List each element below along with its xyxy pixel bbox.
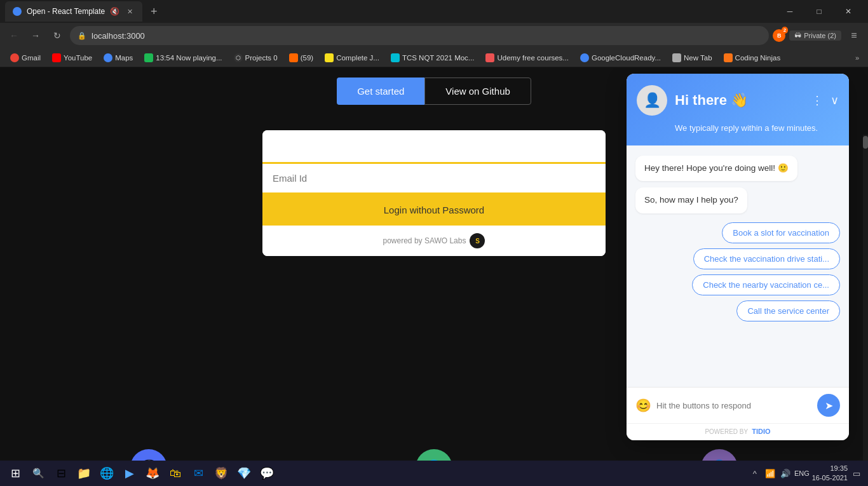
bookmark-youtube[interactable]: YouTube [47,52,97,64]
chat-send-btn[interactable]: ➤ [817,394,840,417]
lock-icon: 🔒 [78,32,86,40]
vscode-icon: 💎 [237,466,251,480]
option-nearby-center[interactable]: Check the nearby vaccination ce... [692,274,840,295]
option-check-drive[interactable]: Check the vaccination drive stati... [693,248,840,269]
sawo-footer: powered by SAWO Labs S [262,226,606,256]
email-input[interactable] [262,164,606,192]
page-content: Get started View on Github Login without… [0,67,868,486]
option-call-service[interactable]: Call the service center [736,300,840,321]
tab-close-btn[interactable]: ✕ [125,6,135,17]
scrollbar-track[interactable] [863,135,868,486]
chat-message-1: Hey there! Hope you're doing well! 🙂 [635,156,797,181]
show-desktop-btn[interactable]: ▭ [850,467,863,480]
start-icon: ⊞ [11,466,20,480]
private-mode-btn[interactable]: 🕶 Private (2) [789,30,841,41]
option-book-slot[interactable]: Book a slot for vaccination [722,222,840,243]
bookmark-projects[interactable]: ⬡ Projects 0 [229,52,283,64]
bookmark-maps[interactable]: Maps [98,52,138,64]
hero-buttons: Get started View on Github [337,78,531,105]
browser-chrome: Open - React Template 🔇 ✕ + ─ □ ✕ ← → ↻ … [0,0,868,67]
private-label: Private (2) [804,32,836,39]
task-view-icon: ⊟ [57,466,66,480]
minimize-btn[interactable]: ─ [775,0,804,23]
sawo-text: powered by SAWO Labs [383,236,466,245]
view-github-button[interactable]: View on Github [424,78,531,105]
bookmark-newtab[interactable]: New Tab [667,52,717,64]
tray-network[interactable]: 📶 [764,467,776,480]
edge-icon: 🌐 [100,466,114,480]
maximize-btn[interactable]: □ [804,0,834,23]
active-tab[interactable]: Open - React Template 🔇 ✕ [5,1,142,22]
login-card: Login without Password powered by SAWO L… [262,130,606,256]
email-field-wrapper [262,162,606,194]
taskbar-app-store[interactable]: 🛍 [165,463,186,483]
bookmark-udemy[interactable]: Udemy free courses... [480,52,573,64]
tray-volume[interactable]: 🔊 [779,467,792,480]
close-btn[interactable]: ✕ [834,0,863,23]
taskbar-search-btn[interactable]: 🔍 [28,463,48,483]
get-started-button[interactable]: Get started [337,78,424,105]
bookmark-59[interactable]: (59) [284,52,318,64]
browser-menu-btn[interactable]: ≡ [845,27,863,44]
new-tab-btn[interactable]: + [145,3,163,20]
start-btn[interactable]: ⊞ [5,463,25,483]
taskbar: ⊞ 🔍 ⊟ 📁 🌐 ▶ 🦊 🛍 ✉ 🦁 💎 💬 ^ 📶 🔊 ENG 19:35 [0,461,868,486]
taskbar-app-vscode[interactable]: 💎 [234,463,254,483]
emoji-btn[interactable]: 😊 [635,398,651,413]
search-icon: 🔍 [32,468,44,479]
brave-taskbar-icon: 🦁 [214,466,228,480]
scrollbar-thumb[interactable] [863,136,868,149]
taskbar-app-firefox[interactable]: 🦊 [142,463,163,483]
taskbar-app-terminal[interactable]: ▶ [119,463,140,483]
chat-header-actions: ⋮ ∨ [811,93,839,107]
tab-bar: Open - React Template 🔇 ✕ + ─ □ ✕ [0,0,868,23]
forward-btn[interactable]: → [27,27,44,44]
store-icon: 🛍 [170,467,181,480]
chat-minimize-btn[interactable]: ∨ [831,93,839,107]
bookmark-gmail[interactable]: Gmail [5,52,46,64]
bookmark-gcloud[interactable]: GoogleCloudReady... [575,52,666,64]
taskbar-task-view[interactable]: ⊟ [51,463,71,483]
chat-message-2: So, how may I help you? [635,187,747,213]
chat-header: 👤 Hi there 👋 ⋮ ∨ We typically reply with… [627,74,849,145]
taskbar-app-brave[interactable]: 🦁 [211,463,231,483]
taskbar-clock[interactable]: 19:35 16-05-2021 [812,464,848,483]
chat-menu-btn[interactable]: ⋮ [811,93,823,107]
chat-footer: POWERED BY TIDIO [627,423,849,440]
powered-by-text: POWERED BY [705,428,748,435]
chat-body: Hey there! Hope you're doing well! 🙂 So,… [627,145,849,387]
chat-avatar: 👤 [637,85,667,116]
tidio-logo: TIDIO [752,428,770,435]
address-bar[interactable]: 🔒 localhost:3000 [70,26,769,45]
brave-icon[interactable]: B 2 [773,29,785,42]
login-button[interactable]: Login without Password [262,194,606,226]
taskbar-lang: ENG [794,469,810,477]
firefox-icon: 🦊 [146,466,159,480]
taskbar-app-explorer[interactable]: 📁 [74,463,94,483]
chat-input[interactable] [656,401,812,410]
taskbar-app-discord[interactable]: 💬 [257,463,277,483]
chat-subtitle: We typically reply within a few minutes. [637,123,839,133]
bookmarks-more-btn[interactable]: » [851,53,863,63]
chat-input-area: 😊 ➤ [627,387,849,423]
bookmark-coding-ninjas[interactable]: Coding Ninjas [719,52,786,64]
clock-date: 16-05-2021 [812,473,848,483]
chat-options: Book a slot for vaccination Check the va… [635,222,840,321]
bookmark-complete-j[interactable]: Complete J... [320,52,384,64]
bookmark-tcs[interactable]: TCS NQT 2021 Moc... [386,52,480,64]
clock-time: 19:35 [812,464,848,473]
taskbar-app-edge[interactable]: 🌐 [97,463,117,483]
mail-icon: ✉ [194,466,203,480]
reload-btn[interactable]: ↻ [48,27,66,44]
system-tray: ^ 📶 🔊 [749,467,792,480]
back-btn[interactable]: ← [5,27,23,44]
private-icon: 🕶 [794,32,801,39]
window-controls: ─ □ ✕ [775,0,863,23]
tab-mute-icon[interactable]: 🔇 [110,7,119,16]
login-card-top [262,130,606,162]
tray-chevron[interactable]: ^ [749,467,761,480]
chat-header-top: 👤 Hi there 👋 ⋮ ∨ [637,85,839,116]
bookmark-playing[interactable]: 13:54 Now playing... [139,52,227,64]
taskbar-app-mail[interactable]: ✉ [188,463,208,483]
sawo-logo: S [470,233,485,248]
